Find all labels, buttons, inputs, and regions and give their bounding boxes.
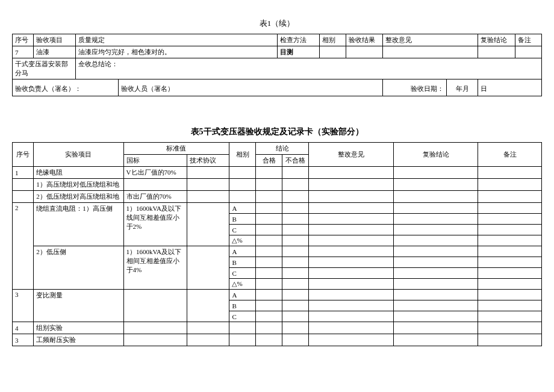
table1-signature-row: 验收负责人（署名）： 验收人员（署名） 验收日期： 年月 日	[13, 79, 542, 96]
table1-summary-row: 干式变压器安装部分马 佥收总结论：	[13, 58, 542, 79]
th-recheck: 复验结论	[478, 34, 515, 46]
th5-seq: 序号	[13, 143, 34, 167]
table-row: 3 变比测量 A	[13, 290, 542, 300]
signature-day: 日	[478, 79, 542, 96]
th-remark: 备注	[515, 34, 541, 46]
r2-sub2: 2）低压侧	[34, 246, 123, 290]
th-method: 检查方法	[277, 34, 319, 46]
table5-header-row1: 序号 实验项目 标准值 相别 结论 整改意见 复验结论 备注	[13, 143, 542, 155]
signature-person1: 验收负责人（署名）：	[13, 79, 119, 96]
phase-a: A	[229, 246, 256, 257]
th-seq: 序号	[13, 34, 34, 46]
r2-gb2: 1）1600kVA及以下相间互相差值应小于4%	[123, 246, 187, 290]
th-item: 验收项目	[34, 34, 76, 46]
th5-recheck: 复验结论	[393, 143, 478, 167]
th-quality: 质量规定	[76, 34, 277, 46]
td-remark	[515, 46, 541, 58]
td-method: 目测	[277, 46, 319, 58]
r1-seq: 1	[13, 167, 34, 179]
td-item: 油漆	[34, 46, 76, 58]
phase-b: B	[229, 300, 256, 311]
signature-person2: 验收人员（署名）	[118, 79, 382, 96]
table-row: 1）高压绕组对低压绕组和地	[13, 179, 542, 191]
td-recheck	[478, 46, 515, 58]
table1: 序号 验收项目 质量规定 检查方法 相别 验收结果 整改意见 复验结论 备注 7…	[12, 34, 542, 96]
td-quality: 油漆应均匀完好，相色漆对的。	[76, 46, 277, 58]
td-result	[346, 46, 383, 58]
td-phase	[319, 46, 346, 58]
r1-gb2: 市出厂值的70%	[123, 191, 187, 203]
table1-data-row: 7 油漆 油漆应均匀完好，相色漆对的。 目测	[13, 46, 542, 58]
th-result: 验收结果	[346, 34, 383, 46]
table-row: 3 工频耐压实验	[13, 334, 542, 346]
signature-year-month: 年月	[446, 79, 478, 96]
th5-pass: 合格	[256, 155, 282, 167]
phase-a: A	[229, 203, 256, 214]
phase-c: C	[229, 268, 256, 279]
phase-c: C	[229, 311, 256, 322]
th5-tech: 技术协议	[187, 155, 229, 167]
r5-item: 工频耐压实验	[34, 334, 123, 346]
signature-date-label: 验收日期：	[383, 79, 446, 96]
r1-item: 绝缘电阻	[34, 167, 123, 179]
th5-conclusion: 结论	[256, 143, 309, 155]
th5-opinion: 整改意见	[309, 143, 394, 167]
td-seq: 7	[13, 46, 34, 58]
th-phase: 相别	[319, 34, 346, 46]
table-row: 1 绝缘电阻 V匕出厂值的70%	[13, 167, 542, 179]
th-opinion: 整改意见	[383, 34, 478, 46]
th5-standard: 标准值	[123, 143, 229, 155]
r1-sub1: 1）高压绕组对低压绕组和地	[34, 179, 123, 191]
table-row: 2 绕组直流电阻：1）高压侧 1）1600kVA及以下线间互相差值应小于2% A	[13, 203, 542, 214]
phase-b: B	[229, 214, 256, 225]
summary-conclusion: 佥收总结论：	[76, 58, 542, 79]
phase-a: A	[229, 290, 256, 300]
r2-gb1: 1）1600kVA及以下线间互相差值应小于2%	[123, 203, 187, 246]
r4-seq: 4	[13, 322, 34, 334]
r3-item: 变比测量	[34, 290, 123, 322]
table1-header-row: 序号 验收项目 质量规定 检查方法 相别 验收结果 整改意见 复验结论 备注	[13, 34, 542, 46]
r2-seq: 2	[13, 203, 34, 290]
phase-c: C	[229, 225, 256, 235]
th5-fail: 不合格	[282, 155, 309, 167]
r1-gb: V匕出厂值的70%	[123, 167, 187, 179]
r4-item: 组别实验	[34, 322, 123, 334]
table-row: 2）低压绕组对高压绕组和地 市出厂值的70%	[13, 191, 542, 203]
summary-label: 干式变压器安装部分马	[13, 58, 76, 79]
r3-seq: 3	[13, 290, 34, 322]
phase-delta: △%	[229, 279, 256, 290]
table5-caption: 表5干式变压器验收规定及记录卡（实验部分）	[12, 126, 542, 137]
phase-delta: △%	[229, 235, 256, 246]
r1-sub2: 2）低压绕组对高压绕组和地	[34, 191, 123, 203]
table-row: 4 组别实验	[13, 322, 542, 334]
th5-item: 实验项目	[34, 143, 123, 167]
r2-sub1: 绕组直流电阻：1）高压侧	[34, 203, 123, 246]
table-row: 2）低压侧 1）1600kVA及以下相间互相差值应小于4% A	[13, 246, 542, 257]
r5-seq: 3	[13, 334, 34, 346]
table1-caption: 表1（续）	[12, 18, 542, 29]
th5-gb: 国标	[123, 155, 187, 167]
table5: 序号 实验项目 标准值 相别 结论 整改意见 复验结论 备注 国标 技术协议 合…	[12, 142, 542, 346]
th5-remark: 备注	[478, 143, 542, 167]
td-opinion	[383, 46, 478, 58]
th5-phase: 相别	[229, 143, 256, 167]
phase-b: B	[229, 257, 256, 268]
